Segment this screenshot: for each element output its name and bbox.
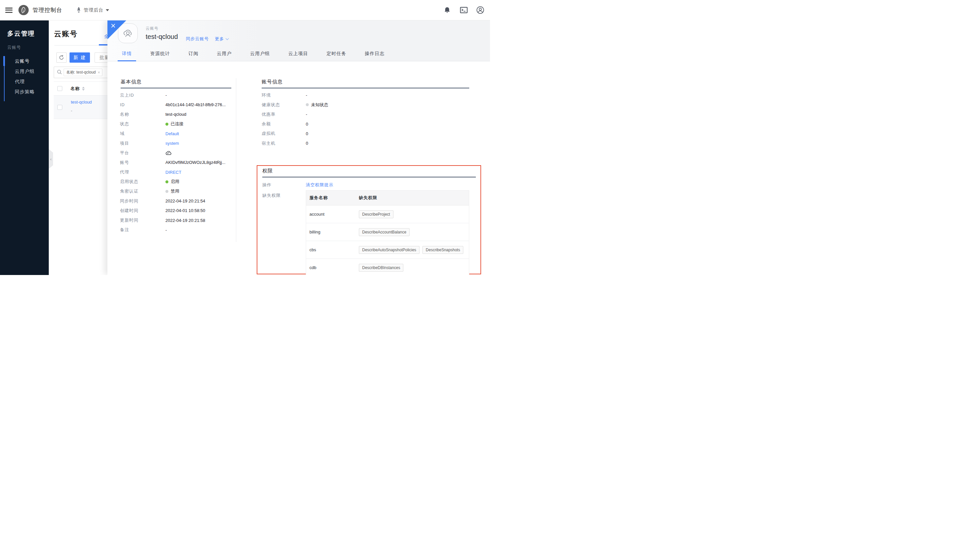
app-window: 管理控制台 管理后台 [0, 0, 490, 275]
cloud-platform-icon [165, 151, 171, 155]
rocket-icon [76, 7, 81, 14]
sidebar-section-label: 云账号 [7, 45, 21, 51]
sidebar-collapse-handle[interactable]: ‹ [49, 149, 53, 169]
terminal-icon[interactable] [460, 6, 468, 14]
create-button[interactable]: 新 建 [70, 53, 90, 63]
filter-chip-label: 名称: test-qcloud [66, 70, 95, 75]
perm-chip: DescribeDBInstances [359, 264, 403, 272]
workspace-selector[interactable]: 管理后台 [76, 7, 109, 14]
table-row[interactable]: test-qcloud - [54, 96, 107, 119]
perm-chip: DescribeAutoSnapshotPolicies [359, 246, 420, 254]
proxy-link[interactable]: DIRECT [165, 170, 181, 175]
list-tab-underline [99, 44, 107, 46]
hamburger-menu-icon[interactable] [5, 8, 13, 13]
permissions-divider [262, 177, 476, 177]
refresh-button[interactable] [56, 53, 67, 63]
basic-info-heading: 基本信息 [121, 79, 142, 85]
service-name-header: 服务名称 [306, 195, 359, 201]
tab-details[interactable]: 详情 [116, 46, 138, 61]
close-corner-ribbon[interactable] [107, 21, 126, 39]
platform-value [165, 151, 171, 155]
basic-info-rows: 云上ID- ID4b01c144-14f2-4b1f-8fb9-276... 名… [120, 90, 236, 235]
id-value: 4b01c144-14f2-4b1f-8fb9-276... [165, 102, 226, 107]
search-filter-chip[interactable]: 名称: test-qcloud × [64, 69, 102, 76]
topbar-actions [443, 6, 485, 14]
row-checkbox[interactable] [57, 105, 62, 110]
detail-title: test-qcloud [146, 33, 178, 41]
perm-table-header: 服务名称 缺失权限 [306, 191, 469, 206]
tab-operation-logs[interactable]: 操作日志 [359, 46, 390, 61]
name-column-header: 名称 [70, 86, 80, 92]
list-tab-all[interactable]: 全 [104, 33, 107, 40]
domain-link[interactable]: Default [165, 131, 179, 136]
app-logo[interactable] [19, 5, 29, 15]
tab-resource-stats[interactable]: 资源统计 [144, 46, 176, 61]
select-all-checkbox[interactable] [57, 86, 62, 91]
user-avatar-icon[interactable] [476, 6, 484, 14]
discount-value: - [306, 112, 307, 117]
notification-bell-icon[interactable] [443, 6, 451, 14]
workspace-label: 管理后台 [84, 7, 103, 13]
basic-info-divider [121, 88, 231, 88]
search-icon [57, 70, 62, 75]
clear-permission-hint-link[interactable]: 清空权限提示 [306, 182, 334, 188]
sidebar-item-proxy[interactable]: 代理 [0, 77, 49, 87]
more-label: 更多 [215, 36, 224, 42]
account-info-divider [262, 88, 469, 88]
missing-permissions-table: 服务名称 缺失权限 account DescribeProject billin… [306, 190, 469, 275]
filter-chip-close-icon[interactable]: × [97, 70, 100, 75]
perm-row-cdb: cdb DescribeDBInstances [306, 259, 469, 275]
status-dot-gray [165, 190, 169, 193]
logo-glyph [21, 7, 27, 13]
tab-subscription[interactable]: 订阅 [183, 46, 204, 61]
account-info-heading: 账号信息 [262, 79, 283, 85]
status-badge: 已连接 [165, 121, 183, 127]
health-status-badge: 未知状态 [306, 102, 328, 108]
perm-chip: DescribeAccountBalance [359, 228, 410, 236]
detail-type-label: 云账号 [146, 26, 159, 31]
perm-row-cbs: cbs DescribeAutoSnapshotPolicies Describ… [306, 241, 469, 259]
sync-time-value: 2022-04-19 20:21:54 [165, 199, 205, 204]
more-dropdown[interactable]: 更多 [215, 36, 228, 42]
tab-cloud-user-groups[interactable]: 云用户组 [244, 46, 276, 61]
sidebar-item-sync-policy[interactable]: 同步策略 [0, 87, 49, 97]
sidebar-menu: 云账号 云用户组 代理 同步策略 [0, 56, 49, 97]
name-value: test-qcloud [165, 112, 186, 117]
missing-perm-header: 缺失权限 [359, 195, 377, 201]
perm-row-billing: billing DescribeAccountBalance [306, 223, 469, 241]
remark-value: - [165, 228, 167, 233]
tab-scheduled-tasks[interactable]: 定时任务 [321, 46, 352, 61]
refresh-icon [59, 55, 64, 61]
app-title: 管理控制台 [33, 6, 62, 14]
balance-value: 0 [306, 122, 308, 127]
batch-button[interactable]: 批量 [95, 53, 107, 63]
table-header-row: 名称 [54, 81, 107, 96]
search-input[interactable]: 名称: test-qcloud × [54, 67, 107, 78]
tab-cloud-projects[interactable]: 云上项目 [282, 46, 314, 61]
sidebar-item-cloud-account[interactable]: 云账号 [0, 56, 49, 66]
sidebar: 多云管理 云账号 云账号 云用户组 代理 同步策略 [0, 21, 49, 275]
account-name-link[interactable]: test-qcloud [71, 100, 92, 105]
column-divider [236, 78, 236, 242]
detail-tabs: 详情 资源统计 订阅 云用户 云用户组 云上项目 定时任务 操作日志 [116, 46, 397, 61]
tab-cloud-users[interactable]: 云用户 [211, 46, 238, 61]
host-count-value: 0 [306, 141, 308, 146]
sort-toggle-icon[interactable] [82, 87, 85, 91]
sidebar-title: 多云管理 [7, 29, 35, 38]
env-value: - [306, 92, 307, 97]
project-link[interactable]: system [165, 141, 179, 146]
cloud-id-value: - [165, 92, 167, 97]
vm-count-value: 0 [306, 131, 308, 136]
status-dot-green [165, 123, 169, 126]
permissions-heading: 权限 [262, 168, 273, 174]
passwordless-badge: 禁用 [165, 188, 179, 194]
close-icon[interactable] [111, 23, 116, 28]
access-key-value: AKIDvf9MJzOWOzJL8gz4tRjj... [165, 160, 225, 165]
missing-perm-label: 缺失权限 [262, 193, 281, 199]
account-detail-panel: 云账号 test-qcloud 同步云账号 更多 详情 资源统计 订阅 云用户 … [107, 21, 490, 275]
top-bar: 管理控制台 管理后台 [0, 0, 490, 21]
account-table: 名称 test-qcloud - [54, 81, 107, 119]
sidebar-item-cloud-user-group[interactable]: 云用户组 [0, 66, 49, 77]
sync-account-link[interactable]: 同步云账号 [186, 36, 209, 42]
list-page-title: 云账号 [54, 29, 78, 39]
